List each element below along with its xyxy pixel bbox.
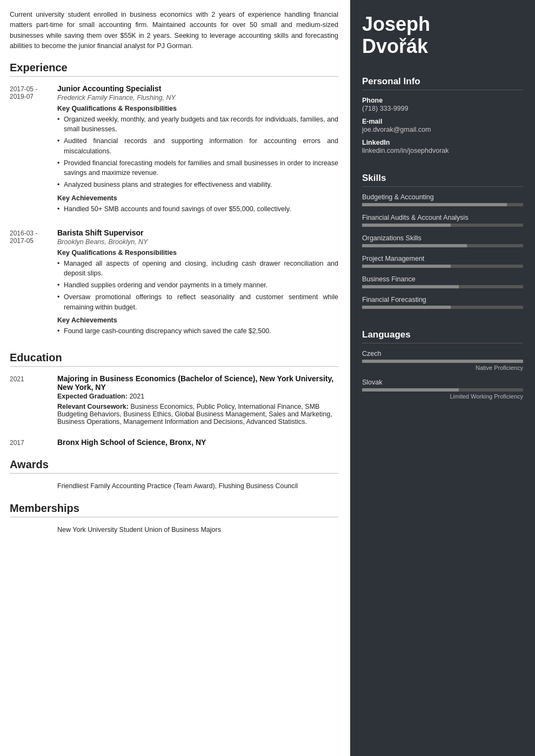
skill-item: Organizations Skills: [362, 234, 523, 247]
education-section: Education 2021 Majoring in Business Econ…: [10, 352, 338, 448]
edu1-grad-value: 2021: [129, 393, 144, 400]
phone-value: (718) 333-9999: [362, 105, 523, 112]
skills-list: Budgeting & Accounting Financial Audits …: [362, 193, 523, 309]
skill-name: Project Management: [362, 255, 523, 262]
exp2-achiev-list: Found large cash-counting discrepancy wh…: [57, 326, 338, 336]
name-line2: Dvořák: [362, 35, 428, 57]
skills-title: Skills: [362, 173, 523, 187]
skill-name: Financial Audits & Account Analysis: [362, 214, 523, 221]
exp2-date: 2016-03 - 2017-05: [10, 228, 57, 341]
exp1-title: Junior Accounting Specialist: [57, 84, 338, 93]
skill-bar-bg: [362, 244, 523, 247]
skill-item: Financial Forecasting: [362, 296, 523, 309]
education-entry-1: 2021 Majoring in Business Economics (Bac…: [10, 374, 338, 428]
skill-bar-fill: [362, 203, 507, 206]
memberships-text: New York University Student Union of Bus…: [10, 525, 338, 535]
edu1-course-label: Relevant Coursework:: [57, 403, 129, 410]
exp2-achiev-label: Key Achievements: [57, 316, 338, 324]
skills-section: Skills Budgeting & Accounting Financial …: [350, 165, 535, 322]
edu1-date: 2021: [10, 374, 57, 428]
left-column: Current university student enrolled in b…: [0, 0, 350, 756]
education-entry-2: 2017 Bronx High School of Science, Bronx…: [10, 438, 338, 448]
lang-bar-fill: [362, 360, 523, 363]
lang-level: Limited Working Proficiency: [362, 393, 523, 400]
skill-name: Budgeting & Accounting: [362, 193, 523, 201]
lang-bar-fill: [362, 388, 459, 392]
skill-bar-bg: [362, 265, 523, 268]
exp2-title: Barista Shift Supervisor: [57, 228, 338, 237]
language-item: Slovak Limited Working Proficiency: [362, 379, 523, 400]
awards-section: Awards Friendliest Family Accounting Pra…: [10, 458, 338, 491]
skill-bar-fill: [362, 265, 451, 268]
skill-bar-bg: [362, 285, 523, 288]
skill-bar-fill: [362, 244, 467, 247]
awards-title: Awards: [10, 458, 338, 474]
exp1-subtitle: Frederick Family Finance, Flushing, NY: [57, 94, 338, 102]
edu1-content: Majoring in Business Economics (Bachelor…: [57, 374, 338, 428]
skill-bar-fill: [362, 224, 451, 227]
exp1-content: Junior Accounting Specialist Frederick F…: [57, 84, 338, 219]
edu2-title: Bronx High School of Science, Bronx, NY: [57, 438, 338, 447]
list-item: Handled supplies ordering and vendor pay…: [57, 280, 338, 291]
edu1-grad-label: Expected Graduation:: [57, 393, 128, 400]
memberships-section: Memberships New York University Student …: [10, 502, 338, 535]
name-line1: Joseph: [362, 13, 430, 35]
skill-bar-fill: [362, 306, 451, 309]
experience-section: Experience 2017-05 - 2019-07 Junior Acco…: [10, 62, 338, 341]
exp2-qual-list: Managed all aspects of opening and closi…: [57, 259, 338, 313]
education-title: Education: [10, 352, 338, 367]
linkedin-label: LinkedIn: [362, 139, 523, 146]
exp2-content: Barista Shift Supervisor Brooklyn Beans,…: [57, 228, 338, 341]
summary: Current university student enrolled in b…: [10, 10, 338, 52]
name-display: Joseph Dvořák: [362, 13, 523, 58]
list-item: Analyzed business plans and strategies f…: [57, 180, 338, 190]
email-value: joe.dvorak@gmail.com: [362, 126, 523, 133]
skill-name: Business Finance: [362, 275, 523, 283]
lang-name: Czech: [362, 350, 523, 357]
exp2-qual-label: Key Qualifications & Responsibilities: [57, 249, 338, 256]
awards-text: Friendliest Family Accounting Practice (…: [10, 481, 338, 491]
lang-name: Slovak: [362, 379, 523, 386]
right-column: Joseph Dvořák Personal Info Phone (718) …: [350, 0, 535, 756]
list-item: Organized weekly, monthly, and yearly bu…: [57, 114, 338, 135]
list-item: Audited financial records and supporting…: [57, 136, 338, 157]
skill-item: Business Finance: [362, 275, 523, 288]
phone-label: Phone: [362, 97, 523, 104]
skill-item: Project Management: [362, 255, 523, 268]
experience-entry-2: 2016-03 - 2017-05 Barista Shift Supervis…: [10, 228, 338, 341]
name-header: Joseph Dvořák: [350, 0, 535, 69]
personal-info-title: Personal Info: [362, 76, 523, 90]
linkedin-value: linkedin.com/in/josephdvorak: [362, 147, 523, 154]
memberships-title: Memberships: [10, 502, 338, 517]
edu2-content: Bronx High School of Science, Bronx, NY: [57, 438, 338, 448]
list-item: Managed all aspects of opening and closi…: [57, 259, 338, 279]
lang-level: Native Proficiency: [362, 364, 523, 371]
exp1-achiev-list: Handled 50+ SMB accounts and found savin…: [57, 204, 338, 214]
languages-title: Languages: [362, 329, 523, 343]
edu1-graduation: Expected Graduation: 2021: [57, 393, 338, 400]
exp1-qual-list: Organized weekly, monthly, and yearly bu…: [57, 114, 338, 190]
skill-bar-bg: [362, 224, 523, 227]
list-item: Provided financial forecasting models fo…: [57, 158, 338, 179]
edu1-title: Majoring in Business Economics (Bachelor…: [57, 374, 338, 392]
skill-item: Budgeting & Accounting: [362, 193, 523, 206]
exp2-subtitle: Brooklyn Beans, Brooklyn, NY: [57, 238, 338, 246]
skill-bar-bg: [362, 203, 523, 206]
exp1-qual-label: Key Qualifications & Responsibilities: [57, 105, 338, 112]
edu1-coursework: Relevant Coursework: Business Economics,…: [57, 403, 338, 426]
skill-name: Organizations Skills: [362, 234, 523, 242]
skill-bar-fill: [362, 285, 459, 288]
list-item: Oversaw promotional offerings to reflect…: [57, 292, 338, 313]
personal-info-section: Personal Info Phone (718) 333-9999 E-mai…: [350, 69, 535, 165]
exp1-date: 2017-05 - 2019-07: [10, 84, 57, 219]
skill-bar-bg: [362, 306, 523, 309]
experience-title: Experience: [10, 62, 338, 77]
edu2-date: 2017: [10, 438, 57, 448]
lang-bar-bg: [362, 388, 523, 392]
skill-name: Financial Forecasting: [362, 296, 523, 303]
lang-bar-bg: [362, 360, 523, 363]
skill-item: Financial Audits & Account Analysis: [362, 214, 523, 227]
languages-list: Czech Native Proficiency Slovak Limited …: [362, 350, 523, 400]
email-label: E-mail: [362, 118, 523, 125]
language-item: Czech Native Proficiency: [362, 350, 523, 371]
